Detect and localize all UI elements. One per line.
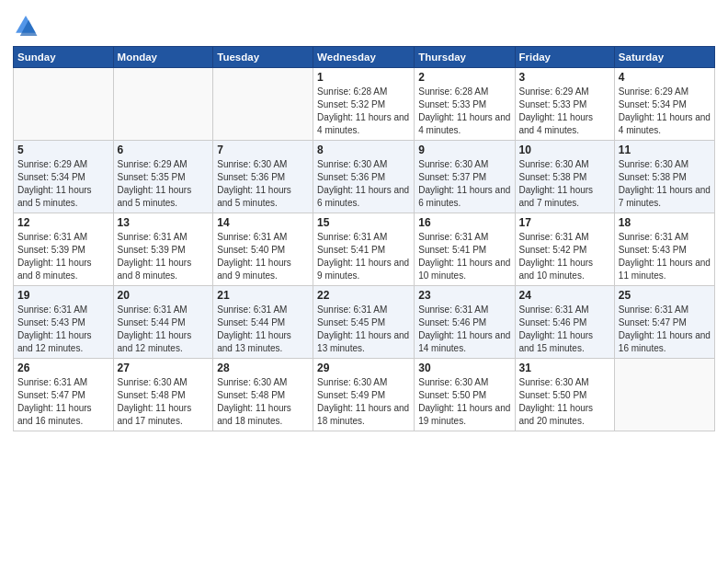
calendar-cell	[113, 68, 213, 141]
logo-icon	[13, 13, 39, 39]
day-info: Sunrise: 6:31 AM Sunset: 5:46 PM Dayligh…	[418, 304, 510, 355]
day-info: Sunrise: 6:30 AM Sunset: 5:48 PM Dayligh…	[118, 376, 210, 428]
calendar-cell: 10Sunrise: 6:30 AM Sunset: 5:38 PM Dayli…	[515, 141, 614, 213]
day-info: Sunrise: 6:31 AM Sunset: 5:44 PM Dayligh…	[118, 304, 210, 355]
calendar-cell: 19Sunrise: 6:31 AM Sunset: 5:43 PM Dayli…	[14, 286, 114, 359]
day-info: Sunrise: 6:30 AM Sunset: 5:37 PM Dayligh…	[418, 158, 510, 210]
calendar-cell: 15Sunrise: 6:31 AM Sunset: 5:41 PM Dayli…	[313, 213, 415, 286]
day-number: 5	[17, 144, 109, 156]
day-number: 16	[418, 216, 510, 229]
calendar-cell: 17Sunrise: 6:31 AM Sunset: 5:42 PM Dayli…	[515, 213, 614, 286]
week-row-1: 5Sunrise: 6:29 AM Sunset: 5:34 PM Daylig…	[14, 141, 715, 213]
day-number: 29	[317, 362, 410, 374]
week-row-2: 12Sunrise: 6:31 AM Sunset: 5:39 PM Dayli…	[14, 213, 715, 286]
calendar-table: SundayMondayTuesdayWednesdayThursdayFrid…	[13, 46, 715, 431]
day-number: 22	[317, 289, 410, 302]
calendar-cell	[213, 68, 313, 141]
day-info: Sunrise: 6:31 AM Sunset: 5:43 PM Dayligh…	[17, 304, 109, 355]
day-number: 30	[418, 362, 510, 374]
week-row-0: 1Sunrise: 6:28 AM Sunset: 5:32 PM Daylig…	[14, 68, 715, 141]
day-number: 14	[217, 216, 309, 229]
calendar-cell: 27Sunrise: 6:30 AM Sunset: 5:48 PM Dayli…	[113, 359, 213, 431]
weekday-friday: Friday	[515, 47, 614, 68]
day-info: Sunrise: 6:30 AM Sunset: 5:48 PM Dayligh…	[217, 376, 309, 428]
day-info: Sunrise: 6:30 AM Sunset: 5:36 PM Dayligh…	[317, 158, 410, 210]
calendar-cell: 16Sunrise: 6:31 AM Sunset: 5:41 PM Dayli…	[415, 213, 515, 286]
day-info: Sunrise: 6:29 AM Sunset: 5:35 PM Dayligh…	[118, 158, 210, 210]
calendar-cell: 30Sunrise: 6:30 AM Sunset: 5:50 PM Dayli…	[415, 359, 515, 431]
day-number: 9	[418, 144, 510, 156]
day-info: Sunrise: 6:31 AM Sunset: 5:46 PM Dayligh…	[519, 304, 610, 355]
calendar-cell: 20Sunrise: 6:31 AM Sunset: 5:44 PM Dayli…	[113, 286, 213, 359]
weekday-monday: Monday	[113, 47, 213, 68]
day-number: 4	[619, 71, 711, 84]
day-info: Sunrise: 6:31 AM Sunset: 5:47 PM Dayligh…	[619, 304, 711, 355]
calendar-cell: 26Sunrise: 6:31 AM Sunset: 5:47 PM Dayli…	[14, 359, 114, 431]
day-info: Sunrise: 6:31 AM Sunset: 5:47 PM Dayligh…	[17, 376, 109, 428]
week-row-3: 19Sunrise: 6:31 AM Sunset: 5:43 PM Dayli…	[14, 286, 715, 359]
day-number: 10	[519, 144, 610, 156]
day-number: 27	[118, 362, 210, 374]
day-number: 21	[217, 289, 309, 302]
day-number: 26	[17, 362, 109, 374]
day-info: Sunrise: 6:28 AM Sunset: 5:33 PM Dayligh…	[418, 86, 510, 137]
calendar-cell: 1Sunrise: 6:28 AM Sunset: 5:32 PM Daylig…	[313, 68, 415, 141]
day-info: Sunrise: 6:31 AM Sunset: 5:42 PM Dayligh…	[519, 231, 610, 282]
day-info: Sunrise: 6:31 AM Sunset: 5:41 PM Dayligh…	[317, 231, 410, 282]
calendar-cell: 21Sunrise: 6:31 AM Sunset: 5:44 PM Dayli…	[213, 286, 313, 359]
day-number: 1	[317, 71, 410, 84]
day-number: 11	[619, 144, 711, 156]
day-number: 13	[118, 216, 210, 229]
day-info: Sunrise: 6:30 AM Sunset: 5:50 PM Dayligh…	[418, 376, 510, 428]
page: SundayMondayTuesdayWednesdayThursdayFrid…	[0, 0, 728, 563]
weekday-saturday: Saturday	[614, 47, 714, 68]
weekday-header-row: SundayMondayTuesdayWednesdayThursdayFrid…	[14, 47, 715, 68]
calendar-cell: 13Sunrise: 6:31 AM Sunset: 5:39 PM Dayli…	[113, 213, 213, 286]
day-info: Sunrise: 6:29 AM Sunset: 5:33 PM Dayligh…	[519, 86, 610, 137]
day-info: Sunrise: 6:28 AM Sunset: 5:32 PM Dayligh…	[317, 86, 410, 137]
calendar-cell: 9Sunrise: 6:30 AM Sunset: 5:37 PM Daylig…	[415, 141, 515, 213]
weekday-thursday: Thursday	[415, 47, 515, 68]
calendar-cell: 8Sunrise: 6:30 AM Sunset: 5:36 PM Daylig…	[313, 141, 415, 213]
calendar-cell: 11Sunrise: 6:30 AM Sunset: 5:38 PM Dayli…	[614, 141, 714, 213]
day-info: Sunrise: 6:31 AM Sunset: 5:41 PM Dayligh…	[418, 231, 510, 282]
calendar-cell: 31Sunrise: 6:30 AM Sunset: 5:50 PM Dayli…	[515, 359, 614, 431]
day-number: 24	[519, 289, 610, 302]
day-info: Sunrise: 6:29 AM Sunset: 5:34 PM Dayligh…	[17, 158, 109, 210]
day-info: Sunrise: 6:30 AM Sunset: 5:36 PM Dayligh…	[217, 158, 309, 210]
day-number: 3	[519, 71, 610, 84]
day-info: Sunrise: 6:30 AM Sunset: 5:38 PM Dayligh…	[619, 158, 711, 210]
calendar-cell: 3Sunrise: 6:29 AM Sunset: 5:33 PM Daylig…	[515, 68, 614, 141]
day-number: 15	[317, 216, 410, 229]
day-number: 7	[217, 144, 309, 156]
calendar-cell	[14, 68, 114, 141]
day-info: Sunrise: 6:31 AM Sunset: 5:40 PM Dayligh…	[217, 231, 309, 282]
day-number: 23	[418, 289, 510, 302]
day-number: 17	[519, 216, 610, 229]
day-number: 20	[118, 289, 210, 302]
calendar-cell	[614, 359, 714, 431]
calendar-cell: 24Sunrise: 6:31 AM Sunset: 5:46 PM Dayli…	[515, 286, 614, 359]
weekday-sunday: Sunday	[14, 47, 114, 68]
calendar-cell: 25Sunrise: 6:31 AM Sunset: 5:47 PM Dayli…	[614, 286, 714, 359]
day-number: 25	[619, 289, 711, 302]
day-number: 2	[418, 71, 510, 84]
day-number: 8	[317, 144, 410, 156]
calendar-cell: 29Sunrise: 6:30 AM Sunset: 5:49 PM Dayli…	[313, 359, 415, 431]
week-row-4: 26Sunrise: 6:31 AM Sunset: 5:47 PM Dayli…	[14, 359, 715, 431]
day-number: 31	[519, 362, 610, 374]
header	[13, 9, 715, 39]
day-number: 6	[118, 144, 210, 156]
weekday-wednesday: Wednesday	[313, 47, 415, 68]
calendar-cell: 18Sunrise: 6:31 AM Sunset: 5:43 PM Dayli…	[614, 213, 714, 286]
day-info: Sunrise: 6:30 AM Sunset: 5:49 PM Dayligh…	[317, 376, 410, 428]
calendar-cell: 14Sunrise: 6:31 AM Sunset: 5:40 PM Dayli…	[213, 213, 313, 286]
day-number: 19	[17, 289, 109, 302]
day-info: Sunrise: 6:30 AM Sunset: 5:50 PM Dayligh…	[519, 376, 610, 428]
calendar-cell: 22Sunrise: 6:31 AM Sunset: 5:45 PM Dayli…	[313, 286, 415, 359]
calendar-cell: 23Sunrise: 6:31 AM Sunset: 5:46 PM Dayli…	[415, 286, 515, 359]
calendar-cell: 4Sunrise: 6:29 AM Sunset: 5:34 PM Daylig…	[614, 68, 714, 141]
day-info: Sunrise: 6:31 AM Sunset: 5:44 PM Dayligh…	[217, 304, 309, 355]
day-info: Sunrise: 6:31 AM Sunset: 5:39 PM Dayligh…	[118, 231, 210, 282]
day-info: Sunrise: 6:29 AM Sunset: 5:34 PM Dayligh…	[619, 86, 711, 137]
